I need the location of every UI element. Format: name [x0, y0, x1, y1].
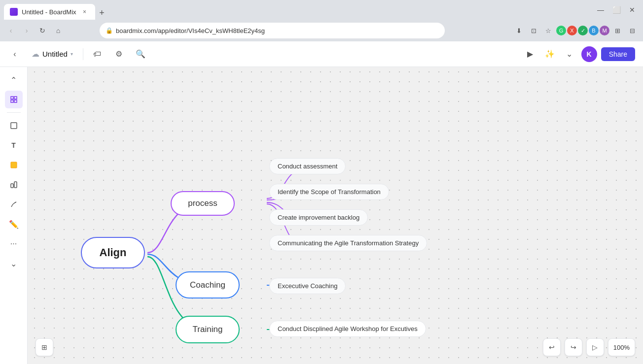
svg-rect-4 [11, 123, 17, 129]
svg-rect-7 [14, 182, 17, 188]
more-options-button[interactable]: ⌄ [562, 46, 577, 62]
leaf-ist-text: Identify the Scope of Transformation [278, 188, 381, 196]
cast-button[interactable]: ⊡ [527, 24, 540, 37]
home-button[interactable]: ⌂ [51, 24, 65, 37]
url-bar[interactable]: 🔒 boardmix.com/app/editor/VIs4eCv_ksWH8t… [100, 23, 445, 38]
ext-icon-4[interactable]: B [589, 26, 599, 35]
new-tab-button[interactable]: + [95, 6, 109, 20]
process-node[interactable]: process [171, 191, 235, 216]
process-node-label: process [188, 199, 217, 208]
download-button[interactable]: ⬇ [512, 24, 526, 37]
doc-title-chevron-icon: ▾ [71, 51, 73, 57]
tag-button[interactable]: 🏷 [89, 46, 105, 62]
leaf-communicating: Communicating the Agile Transformation S… [269, 235, 427, 251]
ext-icon-3[interactable]: ✓ [578, 26, 588, 35]
leaf-cdaw-text: Conduct Discplined Agile Workshop for Ex… [278, 325, 418, 332]
bottom-toolbar: ↩ ↪ ▷ 100% [543, 338, 635, 356]
redo-button[interactable]: ↪ [565, 338, 582, 356]
svg-rect-0 [11, 97, 13, 99]
puzzle-icon[interactable]: ⊞ [610, 24, 624, 37]
reload-button[interactable]: ↻ [36, 24, 49, 37]
draw-tool[interactable]: ✏️ [5, 215, 23, 233]
leaf-create-backlog: Create improvement backlog [269, 209, 368, 226]
window-close[interactable]: ✕ [625, 3, 639, 17]
training-node-label: Training [193, 325, 223, 334]
collapse-up-button[interactable]: ⌃ [5, 71, 23, 89]
present-button[interactable]: ✨ [542, 46, 558, 62]
lock-icon: 🔒 [106, 27, 113, 34]
sidebar-toggle-button[interactable]: ⊟ [625, 24, 639, 37]
header-right-actions: ▶ ✨ ⌄ K Share [522, 46, 635, 62]
training-node[interactable]: Training [176, 316, 240, 343]
svg-rect-3 [14, 100, 17, 102]
tab-title: Untitled - BoardMix [22, 8, 76, 16]
toolbar-separator-1 [7, 112, 21, 113]
back-nav-button[interactable]: ‹ [4, 24, 18, 37]
frames-tool[interactable] [5, 91, 23, 108]
forward-nav-button[interactable]: › [20, 24, 34, 37]
url-text: boardmix.com/app/editor/VIs4eCv_ksWH8tle… [116, 27, 439, 34]
align-node[interactable]: Align [81, 237, 145, 268]
ext-icon-2[interactable]: X [567, 26, 577, 35]
sticky-note-tool[interactable] [5, 156, 23, 174]
leaf-conduct-workshop: Conduct Discplined Agile Workshop for Ex… [269, 321, 426, 337]
window-minimize[interactable]: — [594, 3, 607, 17]
share-button[interactable]: Share [601, 47, 635, 61]
leaf-identify-scope: Identify the Scope of Transformation [269, 184, 389, 200]
doc-title: Untitled [42, 50, 68, 58]
shapes-tool[interactable] [5, 117, 23, 134]
browser-tab-bar: Untitled - BoardMix × + — ⬜ ✕ [0, 0, 643, 20]
active-tab[interactable]: Untitled - BoardMix × [4, 4, 95, 20]
presentation-button[interactable]: ⊞ [36, 338, 53, 356]
leaf-executive-coaching: Excecutive Coaching [269, 278, 346, 294]
svg-rect-2 [11, 100, 13, 102]
doc-title-area[interactable]: ☁ Untitled ▾ [28, 47, 77, 61]
coaching-node[interactable]: Coaching [176, 271, 240, 298]
collapse-down-button[interactable]: ⌄ [5, 255, 23, 272]
svg-rect-6 [11, 184, 13, 188]
app-header: ‹ ☁ Untitled ▾ 🏷 ⚙ 🔍 ▶ ✨ ⌄ K Share [0, 41, 643, 67]
mindmap-container: Align process Coaching Training Conduct … [28, 67, 643, 364]
text-tool[interactable]: T [5, 136, 23, 154]
pen-tool[interactable] [5, 196, 23, 213]
more-tools-button[interactable]: ··· [5, 235, 23, 253]
url-bar-row: ‹ › ↻ ⌂ 🔒 boardmix.com/app/editor/VIs4eC… [0, 20, 643, 41]
play-button[interactable]: ▶ [522, 46, 538, 62]
settings-button[interactable]: ⚙ [111, 46, 127, 62]
svg-rect-5 [11, 162, 17, 168]
leaf-cats-text: Communicating the Agile Transformation S… [278, 239, 419, 247]
bookmark-button[interactable]: ☆ [541, 24, 555, 37]
leaf-ec-text: Excecutive Coaching [278, 282, 337, 290]
browser-extension-buttons: ⬇ ⊡ ☆ G X ✓ B M ⊞ ⊟ [512, 24, 639, 37]
tab-favicon [10, 8, 18, 16]
window-maximize[interactable]: ⬜ [609, 3, 623, 17]
components-tool[interactable] [5, 176, 23, 194]
align-node-label: Align [100, 246, 127, 259]
coaching-node-label: Coaching [190, 280, 225, 290]
canvas-area[interactable]: ⌃ T ✏️ ··· ⌄ [0, 67, 643, 364]
zoom-level-display[interactable]: 100% [608, 338, 635, 356]
user-avatar[interactable]: K [581, 46, 597, 62]
cloud-save-icon: ☁ [32, 49, 39, 59]
svg-rect-1 [14, 97, 17, 99]
zoom-level-text: 100% [613, 344, 630, 351]
leaf-cib-text: Create improvement backlog [278, 214, 359, 221]
left-toolbar: ⌃ T ✏️ ··· ⌄ [0, 67, 28, 364]
search-button[interactable]: 🔍 [133, 46, 148, 62]
ext-icon-5[interactable]: M [600, 26, 609, 35]
header-divider [83, 48, 83, 60]
tab-close-button[interactable]: × [80, 7, 89, 16]
undo-button[interactable]: ↩ [543, 338, 561, 356]
pointer-tool-button[interactable]: ▷ [586, 338, 604, 356]
leaf-ca-text: Conduct assessment [278, 163, 337, 170]
leaf-conduct-assessment: Conduct assessment [269, 158, 346, 174]
app-back-button[interactable]: ‹ [8, 47, 22, 61]
ext-icon-1[interactable]: G [556, 26, 566, 35]
